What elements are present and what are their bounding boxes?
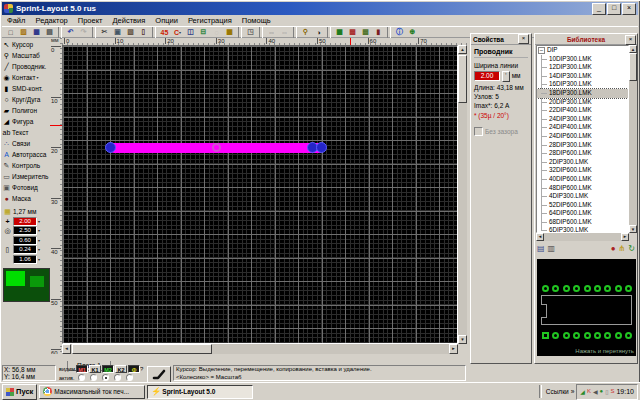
smd-height-field[interactable]: 1.06: [13, 255, 37, 264]
trace-node-start[interactable]: [105, 142, 116, 153]
library-pick-icon[interactable]: ⋔: [619, 244, 626, 254]
library-root[interactable]: − DIP: [537, 46, 628, 55]
tool-polygon[interactable]: ▰Полигон: [1, 105, 50, 116]
pad-outer-field[interactable]: 2.50: [13, 226, 37, 235]
width-spinner[interactable]: ↕: [502, 71, 510, 82]
close-button[interactable]: ×: [622, 3, 636, 15]
library-item[interactable]: 28DIP600.LMK: [537, 149, 628, 158]
library-item[interactable]: 2DIP300.LMK: [537, 158, 628, 167]
copy-button[interactable]: ▣: [111, 27, 124, 38]
board-view-button[interactable]: ▦: [333, 27, 346, 38]
tool-mask[interactable]: ●Маска: [1, 193, 50, 204]
tool-measure[interactable]: ▭Измеритель: [1, 171, 50, 182]
library-item[interactable]: 4DIP300.LMK: [537, 192, 628, 201]
toolbar-separator[interactable]: [293, 27, 297, 38]
library-item[interactable]: 28DIP300.LMK: [537, 141, 628, 150]
menu-item[interactable]: Опции: [150, 15, 183, 26]
library-trash-icon[interactable]: ▥: [548, 244, 556, 254]
tray-network-icon[interactable]: ◢: [580, 388, 585, 395]
new-button[interactable]: □: [4, 27, 17, 38]
mirror-horizontal-button[interactable]: ◫: [184, 27, 197, 38]
library-item[interactable]: 52DIP600.LMK: [537, 201, 628, 210]
rotate-button[interactable]: C▾: [171, 27, 184, 38]
taskbar-task[interactable]: Максимальный ток печ...: [39, 385, 145, 399]
menu-item[interactable]: Действия: [107, 15, 150, 26]
library-item[interactable]: 16DIP300.LMK: [537, 80, 628, 89]
delete-button[interactable]: ▯: [137, 27, 150, 38]
tool-autoroute[interactable]: AАвтотрасса: [1, 149, 50, 160]
library-item[interactable]: 22DIP400.LMK: [537, 106, 628, 115]
links-toolbar[interactable]: Ссылки: [546, 388, 569, 395]
menu-item[interactable]: Файл: [2, 15, 30, 26]
mirror-vertical-button[interactable]: ⊟: [197, 27, 210, 38]
library-item[interactable]: 14DIP300.LMK: [537, 72, 628, 81]
library-item[interactable]: 24DIP300.LMK: [537, 115, 628, 124]
tool-smd-pad[interactable]: ▮SMD-конт.: [1, 83, 50, 94]
tray-volume-icon[interactable]: ◀: [593, 388, 598, 395]
minimize-button[interactable]: _: [592, 3, 606, 15]
active-layer-radio[interactable]: [78, 374, 85, 381]
active-layer-radio[interactable]: [114, 374, 121, 381]
library-item[interactable]: 20DIP300.LMK: [537, 98, 628, 107]
library-close-icon[interactable]: ×: [625, 35, 636, 45]
library-item[interactable]: 64DIP600.LMK: [537, 209, 628, 218]
library-item[interactable]: 10DIP300.LMK: [537, 55, 628, 64]
tray-messenger-icon[interactable]: S: [610, 388, 614, 395]
redo-button[interactable]: ↷: [77, 27, 90, 38]
scroll-left-icon[interactable]: ◄: [62, 344, 71, 354]
layer-button[interactable]: K1: [89, 365, 101, 373]
tool-photoview[interactable]: ▣Фотовид: [1, 182, 50, 193]
active-layer-radio[interactable]: [90, 374, 97, 381]
align-button[interactable]: ▦: [223, 27, 236, 38]
footprint-preview[interactable]: Нажать и перетянуть: [537, 259, 636, 356]
library-save-icon[interactable]: ▤: [537, 244, 545, 254]
trace-node-middle[interactable]: [212, 143, 221, 152]
tray-device-icon[interactable]: ▯: [605, 388, 608, 395]
zoom-button[interactable]: ⚲: [299, 27, 312, 38]
toolbar-separator[interactable]: [387, 27, 391, 38]
library-record-icon[interactable]: ●: [611, 244, 616, 254]
footprint-top-button[interactable]: ▩: [346, 27, 359, 38]
save-button[interactable]: ▦: [30, 27, 43, 38]
scroll-down-icon[interactable]: ▼: [458, 335, 467, 344]
pad-hole-field[interactable]: 0.60: [13, 236, 37, 245]
tool-cursor[interactable]: ↖Курсор: [1, 39, 50, 50]
toolbar-separator[interactable]: [58, 27, 62, 38]
track-width-input[interactable]: 2.00: [474, 71, 500, 81]
trace-node-end-b[interactable]: [316, 142, 327, 153]
menu-item[interactable]: Проект: [73, 15, 108, 26]
layer-button[interactable]: М1: [76, 365, 88, 373]
library-item[interactable]: 24DIP400.LMK: [537, 123, 628, 132]
smd-height-caret-icon[interactable]: ▾: [38, 257, 40, 262]
macros-button[interactable]: ▮: [372, 27, 385, 38]
scroll-up-icon[interactable]: ▲: [458, 45, 467, 54]
contrast-button[interactable]: ◑: [312, 27, 325, 38]
horizontal-scrollbar[interactable]: ◄ ►: [62, 344, 458, 354]
track-width-field[interactable]: 2.00: [13, 217, 37, 226]
smd-width-caret-icon[interactable]: ▾: [38, 247, 40, 252]
grid-row[interactable]: ▦ 1,27 мм: [2, 207, 49, 217]
pad-outer-caret-icon[interactable]: ▾: [38, 228, 40, 233]
no-gap-checkbox[interactable]: [474, 127, 483, 136]
track-width-caret-icon[interactable]: ▾: [38, 219, 40, 224]
layer-color-swatch[interactable]: [3, 268, 50, 302]
library-item[interactable]: 24DIP600.LMK: [537, 132, 628, 141]
vertical-scrollbar[interactable]: ▲ ▼: [458, 45, 467, 344]
toolbar-separator[interactable]: [327, 27, 331, 38]
bend-mode-button[interactable]: [147, 366, 171, 383]
open-button[interactable]: ▨: [17, 27, 30, 38]
info-button[interactable]: ⓘ: [393, 27, 406, 38]
library-item[interactable]: 32DIP600.LMK: [537, 166, 628, 175]
undo-button[interactable]: ↶: [64, 27, 77, 38]
library-item[interactable]: 48DIP600.LMK: [537, 184, 628, 193]
active-layer-radio[interactable]: [126, 374, 133, 381]
library-item[interactable]: 18DIP300.LMK: [537, 89, 628, 98]
board-canvas[interactable]: [62, 45, 458, 344]
angle-45-button[interactable]: 45: [158, 27, 171, 38]
links-chevron-icon[interactable]: »: [571, 388, 575, 395]
snap-button[interactable]: ◌: [210, 27, 223, 38]
properties-close-icon[interactable]: ×: [518, 34, 529, 44]
scroll-right-icon[interactable]: ►: [449, 344, 458, 354]
tree-collapse-icon[interactable]: −: [538, 47, 545, 54]
footprint-bottom-button[interactable]: ▩: [359, 27, 372, 38]
